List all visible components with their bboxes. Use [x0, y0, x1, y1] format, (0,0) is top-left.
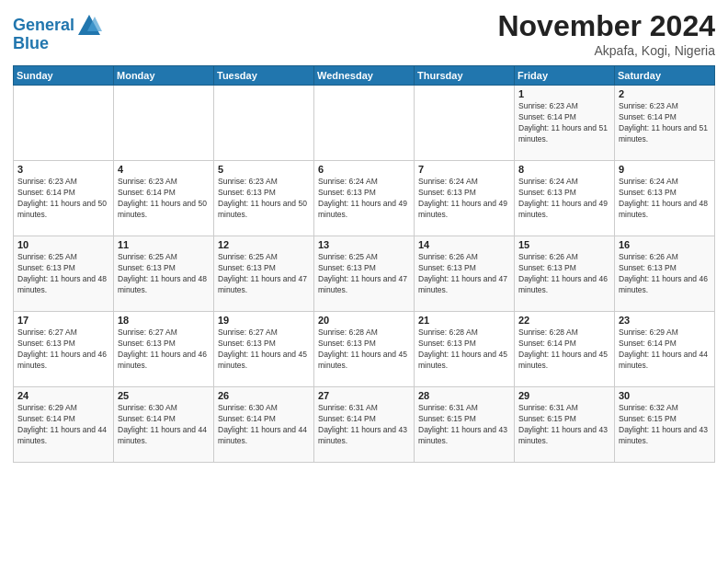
day-info: Sunrise: 6:28 AM Sunset: 6:14 PM Dayligh… [518, 327, 610, 372]
day-number: 18 [118, 315, 210, 326]
day-cell: 6Sunrise: 6:24 AM Sunset: 6:13 PM Daylig… [314, 161, 415, 236]
col-wednesday: Wednesday [314, 66, 415, 86]
col-tuesday: Tuesday [214, 66, 314, 86]
day-cell: 2Sunrise: 6:23 AM Sunset: 6:14 PM Daylig… [615, 86, 715, 161]
day-number: 1 [518, 88, 610, 99]
day-info: Sunrise: 6:31 AM Sunset: 6:15 PM Dayligh… [518, 403, 610, 447]
week-row-4: 17Sunrise: 6:27 AM Sunset: 6:13 PM Dayli… [14, 312, 715, 387]
header: General Blue November 2024 Akpafa, Kogi,… [13, 9, 715, 58]
week-row-5: 24Sunrise: 6:29 AM Sunset: 6:14 PM Dayli… [14, 387, 715, 463]
day-cell: 30Sunrise: 6:32 AM Sunset: 6:15 PM Dayli… [615, 387, 715, 463]
col-sunday: Sunday [14, 66, 114, 86]
day-cell: 20Sunrise: 6:28 AM Sunset: 6:13 PM Dayli… [314, 312, 415, 387]
title-block: November 2024 Akpafa, Kogi, Nigeria [497, 9, 715, 58]
day-cell: 15Sunrise: 6:26 AM Sunset: 6:13 PM Dayli… [515, 236, 615, 312]
day-number: 12 [218, 239, 310, 250]
day-info: Sunrise: 6:23 AM Sunset: 6:14 PM Dayligh… [17, 177, 109, 221]
day-cell: 26Sunrise: 6:30 AM Sunset: 6:14 PM Dayli… [214, 387, 314, 463]
day-number: 13 [318, 239, 410, 250]
day-number: 4 [118, 164, 210, 175]
day-cell: 21Sunrise: 6:28 AM Sunset: 6:13 PM Dayli… [415, 312, 515, 387]
day-number: 20 [318, 315, 410, 326]
day-number: 3 [17, 164, 109, 175]
day-number: 25 [118, 390, 210, 401]
day-cell: 27Sunrise: 6:31 AM Sunset: 6:14 PM Dayli… [314, 387, 415, 463]
day-number: 27 [318, 390, 410, 401]
day-info: Sunrise: 6:26 AM Sunset: 6:13 PM Dayligh… [619, 252, 711, 296]
day-number: 10 [17, 239, 109, 250]
day-info: Sunrise: 6:23 AM Sunset: 6:13 PM Dayligh… [218, 177, 310, 221]
day-cell: 22Sunrise: 6:28 AM Sunset: 6:14 PM Dayli… [515, 312, 615, 387]
day-number: 17 [17, 315, 109, 326]
day-info: Sunrise: 6:29 AM Sunset: 6:14 PM Dayligh… [619, 327, 711, 372]
day-cell: 23Sunrise: 6:29 AM Sunset: 6:14 PM Dayli… [615, 312, 715, 387]
day-cell: 29Sunrise: 6:31 AM Sunset: 6:15 PM Dayli… [515, 387, 615, 463]
day-cell: 10Sunrise: 6:25 AM Sunset: 6:13 PM Dayli… [14, 236, 114, 312]
day-info: Sunrise: 6:24 AM Sunset: 6:13 PM Dayligh… [619, 177, 711, 221]
month-title: November 2024 [497, 9, 715, 43]
day-number: 6 [318, 164, 410, 175]
day-cell: 19Sunrise: 6:27 AM Sunset: 6:13 PM Dayli… [214, 312, 314, 387]
day-cell: 9Sunrise: 6:24 AM Sunset: 6:13 PM Daylig… [615, 161, 715, 236]
day-number: 8 [518, 164, 610, 175]
day-cell: 1Sunrise: 6:23 AM Sunset: 6:14 PM Daylig… [515, 86, 615, 161]
day-number: 24 [17, 390, 109, 401]
day-number: 22 [518, 315, 610, 326]
day-info: Sunrise: 6:32 AM Sunset: 6:15 PM Dayligh… [619, 403, 711, 447]
day-cell: 11Sunrise: 6:25 AM Sunset: 6:13 PM Dayli… [114, 236, 214, 312]
day-cell: 5Sunrise: 6:23 AM Sunset: 6:13 PM Daylig… [214, 161, 314, 236]
week-row-3: 10Sunrise: 6:25 AM Sunset: 6:13 PM Dayli… [14, 236, 715, 312]
col-friday: Friday [515, 66, 615, 86]
day-info: Sunrise: 6:26 AM Sunset: 6:13 PM Dayligh… [518, 252, 610, 296]
day-number: 11 [118, 239, 210, 250]
day-number: 28 [418, 390, 510, 401]
calendar-page: General Blue November 2024 Akpafa, Kogi,… [0, 0, 728, 563]
day-number: 7 [418, 164, 510, 175]
day-info: Sunrise: 6:27 AM Sunset: 6:13 PM Dayligh… [218, 327, 310, 372]
calendar-table: Sunday Monday Tuesday Wednesday Thursday… [13, 65, 715, 463]
day-number: 2 [619, 88, 711, 99]
day-info: Sunrise: 6:31 AM Sunset: 6:15 PM Dayligh… [418, 403, 510, 447]
day-cell [214, 86, 314, 161]
day-info: Sunrise: 6:24 AM Sunset: 6:13 PM Dayligh… [518, 177, 610, 221]
day-info: Sunrise: 6:28 AM Sunset: 6:13 PM Dayligh… [318, 327, 410, 372]
col-saturday: Saturday [615, 66, 715, 86]
day-info: Sunrise: 6:23 AM Sunset: 6:14 PM Dayligh… [518, 101, 610, 145]
day-info: Sunrise: 6:27 AM Sunset: 6:13 PM Dayligh… [118, 327, 210, 372]
col-thursday: Thursday [415, 66, 515, 86]
day-cell: 24Sunrise: 6:29 AM Sunset: 6:14 PM Dayli… [14, 387, 114, 463]
day-number: 5 [218, 164, 310, 175]
day-info: Sunrise: 6:24 AM Sunset: 6:13 PM Dayligh… [418, 177, 510, 221]
day-info: Sunrise: 6:25 AM Sunset: 6:13 PM Dayligh… [17, 252, 109, 296]
day-info: Sunrise: 6:25 AM Sunset: 6:13 PM Dayligh… [318, 252, 410, 296]
day-number: 23 [619, 315, 711, 326]
day-info: Sunrise: 6:26 AM Sunset: 6:13 PM Dayligh… [418, 252, 510, 296]
day-cell: 14Sunrise: 6:26 AM Sunset: 6:13 PM Dayli… [415, 236, 515, 312]
day-number: 19 [218, 315, 310, 326]
day-info: Sunrise: 6:24 AM Sunset: 6:13 PM Dayligh… [318, 177, 410, 221]
location: Akpafa, Kogi, Nigeria [497, 43, 715, 58]
day-number: 21 [418, 315, 510, 326]
day-number: 14 [418, 239, 510, 250]
day-info: Sunrise: 6:25 AM Sunset: 6:13 PM Dayligh… [118, 252, 210, 296]
day-cell: 17Sunrise: 6:27 AM Sunset: 6:13 PM Dayli… [14, 312, 114, 387]
week-row-2: 3Sunrise: 6:23 AM Sunset: 6:14 PM Daylig… [14, 161, 715, 236]
day-number: 15 [518, 239, 610, 250]
day-info: Sunrise: 6:30 AM Sunset: 6:14 PM Dayligh… [218, 403, 310, 447]
day-info: Sunrise: 6:23 AM Sunset: 6:14 PM Dayligh… [619, 101, 711, 145]
day-info: Sunrise: 6:23 AM Sunset: 6:14 PM Dayligh… [118, 177, 210, 221]
day-number: 9 [619, 164, 711, 175]
logo-icon [76, 13, 102, 39]
day-cell: 12Sunrise: 6:25 AM Sunset: 6:13 PM Dayli… [214, 236, 314, 312]
week-row-1: 1Sunrise: 6:23 AM Sunset: 6:14 PM Daylig… [14, 86, 715, 161]
day-number: 16 [619, 239, 711, 250]
day-info: Sunrise: 6:28 AM Sunset: 6:13 PM Dayligh… [418, 327, 510, 372]
day-info: Sunrise: 6:30 AM Sunset: 6:14 PM Dayligh… [118, 403, 210, 447]
day-cell: 3Sunrise: 6:23 AM Sunset: 6:14 PM Daylig… [14, 161, 114, 236]
logo: General Blue [13, 13, 102, 53]
day-info: Sunrise: 6:31 AM Sunset: 6:14 PM Dayligh… [318, 403, 410, 447]
day-cell: 25Sunrise: 6:30 AM Sunset: 6:14 PM Dayli… [114, 387, 214, 463]
day-cell: 13Sunrise: 6:25 AM Sunset: 6:13 PM Dayli… [314, 236, 415, 312]
header-row: Sunday Monday Tuesday Wednesday Thursday… [14, 66, 715, 86]
day-cell: 18Sunrise: 6:27 AM Sunset: 6:13 PM Dayli… [114, 312, 214, 387]
